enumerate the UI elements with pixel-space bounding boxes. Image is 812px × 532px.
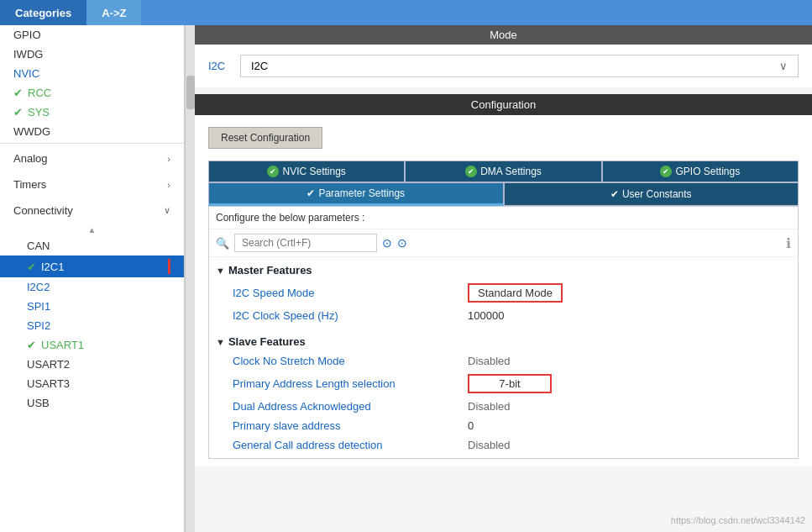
- params-area: Configure the below parameters : 🔍 ⊙ ⊙ ℹ…: [208, 206, 799, 459]
- sidebar-item-rcc[interactable]: ✔RCC: [0, 83, 184, 103]
- sidebar-item-usart1[interactable]: ✔USART1: [0, 335, 184, 355]
- sidebar-item-sys[interactable]: ✔SYS: [0, 103, 184, 122]
- connectivity-arrow-icon: ∨: [164, 205, 170, 216]
- sidebar-item-i2c2[interactable]: I2C2: [0, 277, 184, 297]
- config-tabs-row2: ✔ Parameter Settings ✔ User Constants: [208, 182, 799, 206]
- primary-address-label: Primary slave address: [233, 419, 468, 432]
- sidebar-item-spi2[interactable]: SPI2: [0, 316, 184, 335]
- feature-row-clock-speed: I2C Clock Speed (Hz) 100000: [216, 306, 791, 325]
- sidebar-section-analog[interactable]: Analog ›: [0, 145, 184, 171]
- selected-indicator: [168, 259, 170, 274]
- nav-prev-icon[interactable]: ⊙: [382, 236, 392, 250]
- speed-mode-value[interactable]: Standard Mode: [468, 283, 563, 303]
- mode-label: I2C: [208, 60, 233, 72]
- master-features-section: ▼ Master Features I2C Speed Mode Standar…: [209, 257, 798, 329]
- sidebar-item-spi1[interactable]: SPI1: [0, 297, 184, 316]
- dma-tab-icon: ✔: [465, 166, 477, 177]
- timers-arrow-icon: ›: [167, 180, 170, 190]
- tab-user-constants[interactable]: ✔ User Constants: [504, 182, 799, 206]
- watermark: https://blog.csdn.net/wcl3344142: [671, 515, 805, 525]
- primary-address-value: 0: [468, 419, 474, 432]
- parameter-tab-icon: ✔: [306, 187, 315, 199]
- feature-row-address-length: Primary Address Length selection 7-bit: [216, 371, 791, 397]
- reset-configuration-button[interactable]: Reset Configuration: [208, 127, 322, 149]
- sidebar-item-wwdg[interactable]: WWDG: [0, 122, 184, 141]
- clock-stretch-label: Clock No Stretch Mode: [233, 355, 468, 367]
- sidebar-item-i2c1[interactable]: ✔ I2C1: [0, 255, 184, 277]
- speed-mode-label: I2C Speed Mode: [233, 287, 468, 299]
- dual-address-label: Dual Address Acknowledged: [233, 400, 468, 413]
- address-length-value[interactable]: 7-bit: [468, 374, 552, 393]
- feature-row-dual-address: Dual Address Acknowledged Disabled: [216, 397, 791, 416]
- sidebar-item-usart2[interactable]: USART2: [0, 355, 184, 374]
- master-collapse-icon[interactable]: ▼: [216, 266, 225, 276]
- top-tabs-bar: Categories A->Z: [0, 0, 812, 25]
- analog-arrow-icon: ›: [167, 154, 170, 164]
- sidebar-item-usb[interactable]: USB: [0, 393, 184, 413]
- mode-row: I2C I2C ∨: [195, 45, 812, 87]
- scrollbar-thumb[interactable]: [186, 76, 195, 109]
- sidebar-section-connectivity[interactable]: Connectivity ∨: [0, 198, 184, 224]
- general-call-label: General Call address detection: [233, 439, 468, 451]
- main-layout: GPIO IWDG NVIC ✔RCC ✔SYS WWDG Analog › T…: [0, 25, 812, 532]
- sidebar-section-timers[interactable]: Timers ›: [0, 171, 184, 198]
- tab-nvic-settings[interactable]: ✔ NVIC Settings: [208, 161, 405, 182]
- params-header: Configure the below parameters :: [209, 207, 798, 229]
- clock-speed-label: I2C Clock Speed (Hz): [233, 309, 468, 322]
- nvic-tab-icon: ✔: [267, 166, 279, 177]
- nav-next-icon[interactable]: ⊙: [397, 236, 407, 250]
- address-length-label: Primary Address Length selection: [233, 377, 468, 390]
- slave-features-section: ▼ Slave Features Clock No Stretch Mode D…: [209, 329, 798, 458]
- mode-value: I2C: [251, 60, 268, 72]
- search-magnifier-icon: 🔍: [216, 237, 229, 250]
- tab-az[interactable]: A->Z: [86, 0, 141, 25]
- clock-stretch-value: Disabled: [468, 355, 511, 367]
- sidebar-item-nvic[interactable]: NVIC: [0, 64, 184, 83]
- search-input[interactable]: [234, 234, 377, 252]
- user-constants-tab-icon: ✔: [610, 188, 619, 200]
- tab-dma-settings[interactable]: ✔ DMA Settings: [405, 161, 601, 182]
- tab-parameter-settings[interactable]: ✔ Parameter Settings: [208, 182, 504, 206]
- sidebar-item-usart3[interactable]: USART3: [0, 374, 184, 393]
- feature-row-speed-mode: I2C Speed Mode Standard Mode: [216, 280, 791, 306]
- feature-row-primary-address: Primary slave address 0: [216, 416, 791, 435]
- feature-row-clock-stretch: Clock No Stretch Mode Disabled: [216, 351, 791, 371]
- tab-gpio-settings[interactable]: ✔ GPIO Settings: [602, 161, 799, 182]
- general-call-value: Disabled: [468, 439, 511, 451]
- slave-collapse-icon[interactable]: ▼: [216, 337, 225, 347]
- mode-section-header: Mode: [195, 25, 812, 45]
- slave-features-header: ▼ Slave Features: [216, 332, 791, 351]
- sidebar-item-can[interactable]: CAN: [0, 236, 184, 255]
- gpio-tab-icon: ✔: [660, 166, 672, 177]
- config-tabs-row1: ✔ NVIC Settings ✔ DMA Settings ✔ GPIO Se…: [208, 161, 799, 182]
- tab-categories[interactable]: Categories: [0, 0, 86, 25]
- config-section-header: Configuration: [195, 94, 812, 115]
- mode-dropdown-arrow-icon: ∨: [779, 60, 788, 72]
- info-icon[interactable]: ℹ: [786, 235, 791, 251]
- search-row: 🔍 ⊙ ⊙ ℹ: [209, 229, 798, 257]
- clock-speed-value: 100000: [468, 309, 504, 322]
- feature-row-general-call: General Call address detection Disabled: [216, 435, 791, 455]
- scrollbar[interactable]: [185, 25, 195, 532]
- config-body: Reset Configuration ✔ NVIC Settings ✔ DM…: [195, 115, 812, 466]
- scroll-up-arrow[interactable]: ▲: [0, 224, 184, 236]
- sidebar-item-iwdg[interactable]: IWDG: [0, 45, 184, 64]
- mode-select[interactable]: I2C ∨: [240, 55, 799, 77]
- sidebar: GPIO IWDG NVIC ✔RCC ✔SYS WWDG Analog › T…: [0, 25, 185, 532]
- master-features-header: ▼ Master Features: [216, 261, 791, 280]
- dual-address-value: Disabled: [468, 400, 511, 413]
- sidebar-item-gpio[interactable]: GPIO: [0, 25, 184, 45]
- content-area: Mode I2C I2C ∨ Configuration Reset Confi…: [195, 25, 812, 532]
